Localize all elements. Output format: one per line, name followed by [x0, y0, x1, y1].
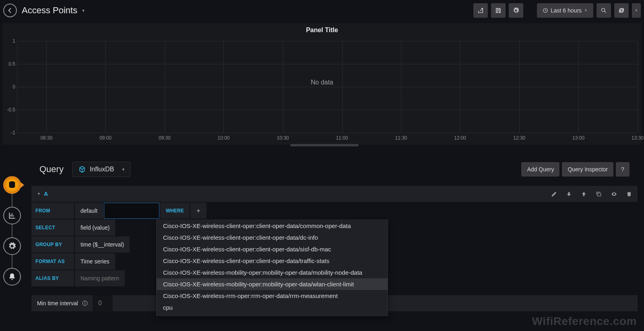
y-tick: 1: [12, 38, 15, 44]
database-icon: [8, 181, 17, 189]
x-tick: 12:00: [454, 135, 466, 141]
editor-side-tabs: [0, 170, 24, 292]
y-tick: 0: [12, 84, 15, 90]
save-button[interactable]: [491, 3, 506, 18]
editor-header: Query InfluxDB ▼ Add Query Query Inspect…: [31, 157, 638, 183]
arrow-up-icon[interactable]: [581, 191, 587, 197]
influxdb-icon: [78, 166, 86, 173]
dropdown-item[interactable]: Cisco-IOS-XE-wireless-mobility-oper:mobi…: [157, 267, 388, 278]
tab-visualization[interactable]: [3, 207, 21, 224]
plus-icon: [196, 208, 201, 213]
chevron-down-icon: ▼: [37, 192, 41, 196]
copy-icon[interactable]: [596, 191, 602, 197]
arrow-left-icon: [7, 7, 13, 14]
tab-general[interactable]: [3, 237, 21, 255]
back-button[interactable]: [3, 4, 17, 17]
query-letter: A: [44, 191, 48, 197]
no-data-label: No data: [311, 79, 333, 86]
min-interval-input[interactable]: 0: [93, 295, 113, 311]
add-query-label: Add Query: [527, 166, 554, 173]
x-tick: 08:30: [40, 135, 52, 141]
y-tick: 0.5: [8, 61, 15, 67]
datasource-select[interactable]: InfluxDB ▼: [72, 162, 130, 177]
datasource-name: InfluxDB: [90, 166, 114, 173]
add-query-button[interactable]: Add Query: [521, 162, 559, 177]
aliasby-input[interactable]: Naming pattern: [75, 270, 125, 286]
info-icon[interactable]: [82, 300, 88, 306]
groupby-time-segment[interactable]: time ($__interval): [75, 236, 130, 253]
chart-icon: [8, 212, 16, 220]
select-field-segment[interactable]: field (value): [75, 220, 115, 236]
groupby-keyword: GROUP BY: [31, 236, 74, 253]
page-title[interactable]: Access Points ▼: [22, 5, 85, 16]
min-interval-label: Min time interval: [31, 300, 82, 306]
dropdown-item[interactable]: Cisco-IOS-XE-wireless-client-oper:client…: [157, 243, 388, 255]
header-actions: Last 6 hours ▼ ▼: [473, 3, 641, 18]
tab-alert[interactable]: [3, 268, 21, 286]
search-icon: [601, 7, 607, 14]
refresh-interval-button[interactable]: ▼: [632, 3, 641, 18]
settings-button[interactable]: [509, 3, 523, 18]
editor-tab-label: Query: [39, 164, 64, 175]
where-keyword[interactable]: WHERE: [160, 203, 190, 219]
from-default-segment[interactable]: default: [75, 203, 103, 219]
x-tick: 10:00: [217, 135, 229, 141]
x-tick: 13:00: [572, 135, 584, 141]
query-a-header[interactable]: ▼ A: [31, 186, 638, 202]
chevron-down-icon: ▼: [584, 8, 588, 12]
arrow-down-icon[interactable]: [566, 191, 572, 197]
time-range-label: Last 6 hours: [551, 7, 582, 14]
refresh-icon: [618, 7, 625, 14]
dropdown-item[interactable]: Cisco-IOS-XE-wireless-client-oper:client…: [157, 220, 388, 232]
time-range-button[interactable]: Last 6 hours ▼: [537, 3, 593, 18]
x-tick: 10:30: [277, 135, 289, 141]
help-label: ?: [621, 166, 624, 173]
dropdown-item[interactable]: cpu: [157, 302, 388, 313]
measurement-dropdown: Cisco-IOS-XE-wireless-client-oper:client…: [156, 220, 388, 316]
formatas-keyword: FORMAT AS: [31, 253, 74, 269]
where-add-button[interactable]: [190, 203, 206, 219]
share-button[interactable]: [473, 3, 488, 18]
x-tick: 13:30: [632, 135, 644, 141]
y-axis-labels: 1 0.5 0 -0.5 -1: [2, 41, 17, 133]
chevron-down-icon: ▼: [121, 167, 125, 172]
select-keyword: SELECT: [31, 220, 74, 236]
svg-rect-3: [598, 193, 601, 196]
formatas-segment[interactable]: Time series: [75, 253, 115, 269]
x-tick: 11:00: [336, 135, 348, 141]
trash-icon[interactable]: [626, 191, 632, 197]
dropdown-item[interactable]: Cisco-IOS-XE-wireless-client-oper:client…: [157, 255, 388, 267]
from-row: FROM default WHERE: [31, 203, 638, 219]
page-title-text: Access Points: [22, 5, 77, 16]
measurement-input[interactable]: [104, 203, 159, 219]
dropdown-item[interactable]: Cisco-IOS-XE-wireless-rrm-oper:rrm-oper-…: [157, 290, 388, 302]
inspector-label: Query Inspector: [568, 166, 608, 173]
x-tick: 12:30: [513, 135, 525, 141]
x-tick: 09:00: [99, 135, 111, 141]
query-help-button[interactable]: ?: [616, 162, 630, 177]
refresh-button[interactable]: [614, 3, 629, 18]
dropdown-item[interactable]: Cisco-IOS-XE-wireless-client-oper:client…: [157, 232, 388, 243]
chevron-down-icon: ▼: [81, 8, 85, 13]
query-inspector-button[interactable]: Query Inspector: [562, 162, 613, 177]
y-tick: -0.5: [7, 107, 15, 113]
gear-icon: [513, 7, 519, 14]
eye-icon[interactable]: [611, 191, 617, 197]
share-icon: [477, 7, 484, 14]
aliasby-keyword: ALIAS BY: [31, 270, 74, 286]
editor-actions: Add Query Query Inspector ?: [521, 162, 630, 177]
pencil-icon[interactable]: [551, 191, 557, 197]
bell-icon: [8, 273, 16, 281]
save-icon: [495, 7, 502, 14]
scrub-handle[interactable]: [290, 144, 359, 146]
dropdown-item[interactable]: disk: [157, 313, 388, 316]
zoom-out-button[interactable]: [597, 3, 611, 18]
tab-queries[interactable]: [3, 176, 21, 194]
chart-area[interactable]: 1 0.5 0 -0.5 -1 No data 08:30 09:00 09:3…: [2, 37, 642, 145]
dropdown-item[interactable]: Cisco-IOS-XE-wireless-mobility-oper:mobi…: [157, 278, 388, 290]
from-keyword: FROM: [31, 203, 74, 219]
x-axis-labels: 08:30 09:00 09:30 10:00 10:30 11:00 11:3…: [17, 135, 638, 142]
x-tick: 11:30: [395, 135, 407, 141]
graph-panel: Panel Title 1 0.5 0 -0.5 -1 No data 08:3…: [2, 23, 642, 145]
panel-title: Panel Title: [2, 23, 642, 37]
